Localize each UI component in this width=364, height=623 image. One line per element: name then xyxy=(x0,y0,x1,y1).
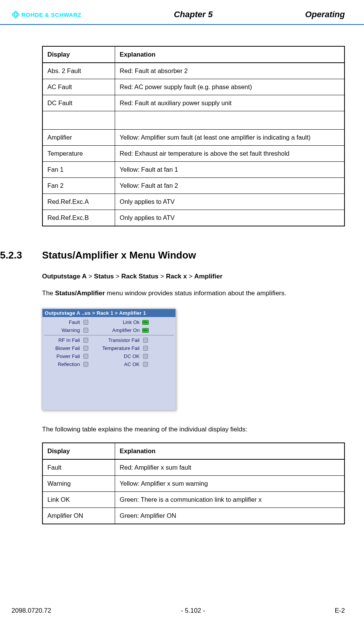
display-explanation-table-1: Display Explanation Abs. 2 FaultRed: Fau… xyxy=(42,46,345,226)
indicator-fault xyxy=(82,319,89,325)
menu-row: Fault Link Ok On xyxy=(44,318,174,326)
section-number: 5.2.3 xyxy=(0,249,31,261)
menu-label: Fault xyxy=(44,319,82,325)
table-row: FaultRed: Amplifier x sum fault xyxy=(42,459,344,476)
menu-row: Warning Amplifier On On xyxy=(44,326,174,334)
table-row: Fan 1Yellow: Fault at fan 1 xyxy=(42,162,344,178)
indicator-reflection xyxy=(82,361,89,367)
indicator-temperature-fail xyxy=(142,345,149,351)
table-row xyxy=(42,111,344,130)
menu-label: Temperature Fail xyxy=(96,345,142,351)
breadcrumb: Outputstage A > Status > Rack Status > R… xyxy=(42,273,345,280)
rs-logo: ROHDE & SCHWARZ xyxy=(11,10,81,19)
menu-label: Transistor Fail xyxy=(96,337,142,343)
footer-left: 2098.0720.72 xyxy=(11,607,51,615)
menu-label: Blower Fail xyxy=(44,345,82,351)
svg-point-1 xyxy=(14,13,17,16)
page-footer: 2098.0720.72 - 5.102 - E-2 xyxy=(11,607,345,615)
indicator-link-ok: On xyxy=(142,319,149,325)
table-header-row: Display Explanation xyxy=(42,443,344,459)
menu-label: Warning xyxy=(44,327,82,333)
indicator-ac-ok xyxy=(142,361,149,367)
indicator-rf-in-fail xyxy=(82,337,89,343)
page-header: ROHDE & SCHWARZ Chapter 5 Operating xyxy=(0,0,364,25)
logo-text: ROHDE & SCHWARZ xyxy=(21,11,81,18)
menu-titlebar: Outputstage A ..us > Rack 1 > Amplifier … xyxy=(42,309,176,317)
svg-marker-0 xyxy=(12,11,19,18)
th-display: Display xyxy=(42,46,115,63)
indicator-amplifier-on: On xyxy=(142,327,149,333)
menu-row: Reflection AC OK xyxy=(44,360,174,368)
header-chapter: Chapter 5 xyxy=(174,10,213,20)
menu-label: DC OK xyxy=(96,353,142,359)
table-row: Amplifier ONGreen: Amplifier ON xyxy=(42,508,344,524)
menu-row: Blower Fail Temperature Fail xyxy=(44,344,174,352)
table-row: WarningYellow: Amplifier x sum warning xyxy=(42,476,344,492)
th-explanation: Explanation xyxy=(115,46,344,63)
display-explanation-table-2: Display Explanation FaultRed: Amplifier … xyxy=(42,442,345,524)
footer-right: E-2 xyxy=(335,607,345,615)
table-row: Abs. 2 FaultRed: Fault at absorber 2 xyxy=(42,63,344,79)
menu-body: Fault Link Ok On Warning Amplifier On On… xyxy=(42,317,176,410)
menu-row: RF In Fail Transistor Fail xyxy=(44,336,174,344)
table-row: Red.Ref.Exc.AOnly applies to ATV xyxy=(42,194,344,210)
indicator-blower-fail xyxy=(82,345,89,351)
header-section: Operating xyxy=(305,10,345,20)
table-row: Link OKGreen: There is a communication l… xyxy=(42,492,344,508)
footer-center: - 5.102 - xyxy=(181,607,205,615)
indicator-power-fail xyxy=(82,353,89,359)
th-explanation: Explanation xyxy=(115,443,344,459)
table-row: TemperatureRed: Exhaust air temperature … xyxy=(42,146,344,162)
menu-separator xyxy=(44,335,174,335)
section-title: Status/Amplifier x Menu Window xyxy=(42,249,196,261)
table-header-row: Display Explanation xyxy=(42,46,344,63)
table-row: Red.Ref.Exc.BOnly applies to ATV xyxy=(42,210,344,226)
indicator-transistor-fail xyxy=(142,337,149,343)
table2-caption: The following table explains the meaning… xyxy=(42,426,345,433)
th-display: Display xyxy=(42,443,115,459)
menu-label: RF In Fail xyxy=(44,337,82,343)
menu-label: Power Fail xyxy=(44,353,82,359)
table-row: Fan 2Yellow: Fault at fan 2 xyxy=(42,178,344,194)
section-heading-row: 5.2.3 Status/Amplifier x Menu Window xyxy=(42,249,345,261)
menu-label: Link Ok xyxy=(96,319,142,325)
menu-label: AC OK xyxy=(96,361,142,367)
table-row: AmplifierYellow: Amplifier sum fault (at… xyxy=(42,130,344,146)
indicator-dc-ok xyxy=(142,353,149,359)
indicator-warning xyxy=(82,327,89,333)
amplifier-menu-window: Outputstage A ..us > Rack 1 > Amplifier … xyxy=(42,309,176,410)
menu-label: Amplifier On xyxy=(96,327,142,333)
rs-logo-icon xyxy=(11,10,20,19)
table-row: AC FaultRed: AC power supply fault (e.g.… xyxy=(42,79,344,95)
table-row: DC FaultRed: Fault at auxiliary power su… xyxy=(42,95,344,111)
page-content: Display Explanation Abs. 2 FaultRed: Fau… xyxy=(0,25,364,524)
intro-text: The Status/Amplifier menu window provide… xyxy=(42,290,345,297)
menu-row: Power Fail DC OK xyxy=(44,352,174,360)
menu-label: Reflection xyxy=(44,361,82,367)
